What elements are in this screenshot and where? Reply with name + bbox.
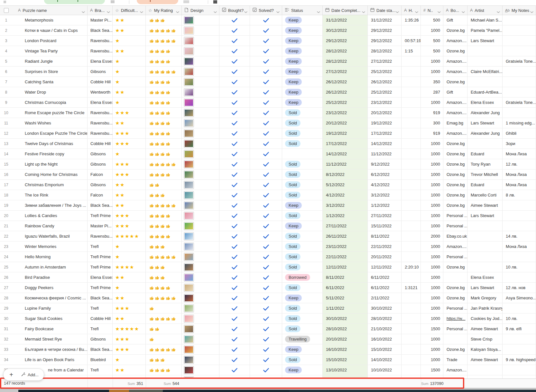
cell-date_started[interactable]: 4/12/2022 [368, 180, 402, 190]
cell-date_started[interactable]: 26/12/2022 [368, 77, 402, 87]
cell-date_started[interactable]: 25/12/2022 [368, 87, 402, 97]
cell-date_started[interactable]: 16/10/2022 [368, 334, 402, 344]
cell-rating[interactable] [146, 46, 182, 56]
cell-solved[interactable] [250, 25, 282, 35]
cell-solved[interactable] [250, 355, 282, 365]
cell-design[interactable] [182, 180, 219, 190]
cell-artist[interactable] [467, 365, 503, 375]
cell-pieces[interactable]: 1000 [421, 159, 443, 169]
cell-hours[interactable] [402, 344, 421, 354]
cell-design[interactable] [182, 25, 219, 35]
cell-pieces[interactable]: 1000 [421, 149, 443, 159]
cell-solved[interactable] [250, 149, 282, 159]
chevron-down-icon[interactable] [107, 9, 110, 14]
cell-solved[interactable] [250, 231, 282, 241]
cell-brand[interactable]: Ravensbu... [88, 118, 113, 128]
cell-notes[interactable]: Мона Лиза [503, 149, 536, 159]
cell-solved[interactable] [250, 56, 282, 66]
cell-hours[interactable]: 2:20:10 [402, 262, 421, 272]
cell-difficulty[interactable]: ★ [113, 77, 146, 87]
cell-pieces[interactable]: 500 [421, 36, 443, 46]
cell-hours[interactable] [402, 139, 421, 149]
cell-artist[interactable]: Eduard [467, 180, 503, 190]
cell-artist[interactable] [467, 242, 503, 251]
cell-brand[interactable]: Elena Essex [88, 56, 113, 66]
cell-difficulty[interactable]: ★★ [113, 46, 146, 56]
cell-artist[interactable]: Aimee Stewart [467, 324, 503, 334]
column-summary-pieces[interactable]: Sum137090 [421, 379, 443, 388]
cell-difficulty[interactable]: ★★★ [113, 303, 146, 313]
cell-rating[interactable] [146, 283, 182, 293]
cell-status[interactable]: Travelling [282, 334, 323, 344]
cell-bought[interactable] [219, 221, 250, 231]
cell-rating[interactable] [146, 303, 182, 313]
cell-bought_from[interactable]: Ozone.bg [443, 159, 467, 169]
cell-pieces[interactable]: 1000 [421, 169, 443, 179]
cell-status[interactable]: Sold [282, 108, 323, 118]
design-thumbnail[interactable] [184, 160, 194, 169]
cell-artist[interactable] [467, 77, 503, 87]
cell-name[interactable]: 26 Bird Paradise [0, 272, 88, 282]
cell-status[interactable]: Sold [282, 314, 323, 324]
cell-name[interactable]: 24 Hello Morning [0, 252, 88, 262]
cell-solved[interactable] [250, 190, 282, 200]
cell-difficulty[interactable]: ★★★ [113, 159, 146, 169]
cell-solved[interactable] [250, 365, 282, 375]
design-thumbnail[interactable] [184, 88, 194, 96]
cell-solved[interactable] [250, 242, 282, 251]
cell-hours[interactable] [402, 56, 421, 66]
cell-brand[interactable]: Ravensbu... [88, 46, 113, 56]
cell-name[interactable]: 13 Twelve Days of Christmas [0, 139, 88, 149]
cell-notes[interactable]: Мона Лиза [503, 169, 536, 179]
cell-status[interactable]: Sold [282, 180, 323, 190]
cell-date_completed[interactable]: 28/10/2022 [323, 324, 368, 334]
cell-name[interactable]: 15 Light up the Night [0, 159, 88, 169]
cell-rating[interactable] [146, 77, 182, 87]
cell-brand[interactable]: Ravensbu... [88, 231, 113, 241]
cell-rating[interactable] [146, 200, 182, 210]
design-thumbnail[interactable] [184, 109, 194, 117]
cell-rating[interactable] [146, 87, 182, 97]
cell-hours[interactable] [402, 324, 421, 334]
cell-bought[interactable] [219, 252, 250, 262]
cell-date_completed[interactable] [323, 375, 368, 378]
cell-notes[interactable]: 14 лв. [503, 231, 536, 241]
cell-notes[interactable] [503, 87, 536, 97]
cell-pieces[interactable]: 1000 [421, 211, 443, 221]
group-icon[interactable] [111, 0, 115, 3]
chevron-down-icon[interactable] [276, 9, 280, 14]
cell-pieces[interactable]: 1000 [421, 190, 443, 200]
cell-status[interactable] [282, 149, 323, 159]
cell-design[interactable] [182, 118, 219, 128]
cell-brand[interactable]: Wentworth [88, 87, 113, 97]
cell-bought[interactable] [219, 118, 250, 128]
cell-bought[interactable] [219, 36, 250, 46]
cell-date_completed[interactable]: 11/12/2022 [323, 159, 368, 169]
cell-artist[interactable] [467, 46, 503, 56]
cell-bought_from[interactable] [443, 334, 467, 344]
cell-difficulty[interactable]: ★★★★★ [113, 231, 146, 241]
design-thumbnail[interactable] [184, 191, 194, 199]
cell-design[interactable] [182, 334, 219, 344]
cell-rating[interactable] [146, 25, 182, 35]
cell-notes[interactable] [503, 36, 536, 46]
cell-notes[interactable] [503, 365, 536, 375]
cell-name[interactable]: 31 Fairy Bookcase [0, 324, 88, 334]
cell-difficulty[interactable]: ★★★ [113, 169, 146, 179]
cell-date_completed[interactable]: 1/12/2022 [323, 211, 368, 221]
cell-solved[interactable] [250, 344, 282, 354]
cell-hours[interactable] [402, 97, 421, 107]
column-header-date_started[interactable]: Date sta... [368, 6, 402, 15]
cell-hours[interactable]: 1:15 [402, 46, 421, 56]
cell-bought_from[interactable]: Trade [443, 355, 467, 365]
cell-pieces[interactable]: 919 [421, 128, 443, 138]
cell-pieces[interactable]: 1000 [421, 180, 443, 190]
column-header-artist[interactable]: AArtist [467, 6, 503, 15]
chevron-down-icon[interactable] [530, 9, 533, 14]
cell-rating[interactable] [146, 149, 182, 159]
cell-bought_from[interactable]: Gift [443, 15, 467, 25]
cell-difficulty[interactable]: ★★ [113, 25, 146, 35]
cell-difficulty[interactable] [113, 375, 146, 378]
cell-design[interactable] [182, 242, 219, 251]
cell-solved[interactable] [250, 211, 282, 221]
